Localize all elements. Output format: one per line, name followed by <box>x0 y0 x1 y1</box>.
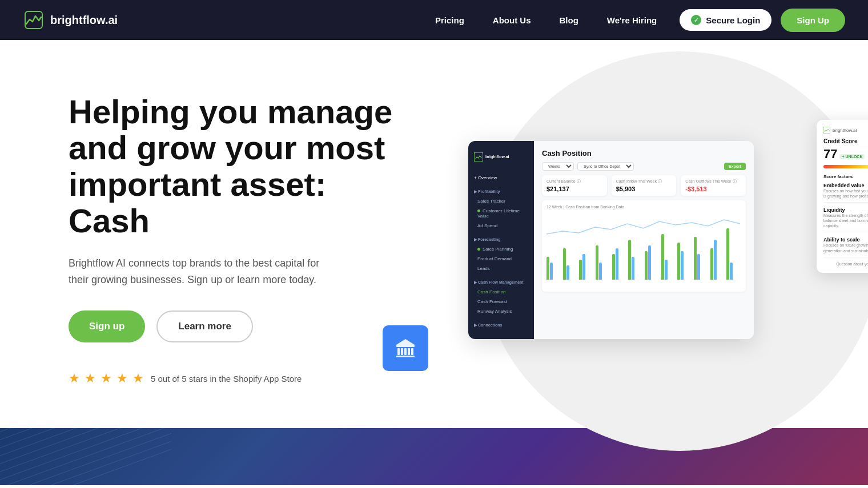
credit-contact: Question about your score? Contact us <box>823 262 868 266</box>
credit-bar-track <box>823 165 868 168</box>
logo[interactable]: brightflow.ai <box>23 9 118 31</box>
factor-liquidity-desc: Measures the strength of your balance sh… <box>823 213 868 228</box>
sidebar-item-cash-forecast[interactable]: Cash Forecast <box>468 297 534 306</box>
bar-green-6 <box>645 251 648 280</box>
bar-blue-7 <box>665 260 668 280</box>
credit-score-value: 77 <box>823 147 837 162</box>
credit-score-badge: + UNLOCK <box>839 154 865 159</box>
bar-blue-11 <box>730 263 733 280</box>
sidebar-item-forecasting[interactable]: ▶ Forecasting <box>468 235 534 244</box>
bar-green-7 <box>661 234 664 280</box>
bar-blue-1 <box>566 265 569 280</box>
sidebar-item-sales-tracker[interactable]: Sales Tracker <box>468 196 534 206</box>
period-select[interactable]: Weeks <box>542 162 574 171</box>
bar-green-0 <box>546 257 549 280</box>
bank-icon-card <box>383 325 428 371</box>
secure-login-label: Secure Login <box>706 15 760 25</box>
factor-liquidity-name: Liquidity <box>823 207 868 213</box>
sidebar-item-cash-position[interactable]: Cash Position <box>468 287 534 297</box>
nav-signup-button[interactable]: Sign Up <box>781 9 845 32</box>
bar-group-7 <box>661 234 676 280</box>
star-3: ★ <box>101 371 112 386</box>
sidebar-connections-section: ▶ Connections <box>468 318 534 332</box>
bar-group-9 <box>694 237 709 280</box>
stars-label: 5 out of 5 stars in the Shopify App Stor… <box>151 374 302 384</box>
stat-value-balance: $21,137 <box>546 185 602 192</box>
nav-links: Pricing About Us Blog We're Hiring <box>435 15 657 25</box>
nav-about-us[interactable]: About Us <box>493 15 531 25</box>
bar-blue-9 <box>697 254 700 280</box>
sidebar-cashflow-section: ▶ Cash Flow Management Cash Position Cas… <box>468 276 534 318</box>
bar-green-1 <box>563 248 566 280</box>
star-2: ★ <box>85 371 96 386</box>
bar-group-5 <box>628 240 643 280</box>
factor-scale-info: Ability to scale Focuses on future growt… <box>823 237 868 253</box>
sidebar-item-leads[interactable]: Leads <box>468 264 534 273</box>
bar-blue-3 <box>599 263 602 280</box>
bar-blue-4 <box>616 248 618 280</box>
line-chart-svg <box>546 211 741 240</box>
hero-left: Helping you manage and grow your most im… <box>69 94 400 386</box>
bank-icon <box>393 336 418 361</box>
stat-label-inflow: Cash Inflow This Week ⓘ <box>616 179 672 184</box>
bar-group-0 <box>546 257 561 280</box>
sidebar-forecasting-section: ▶ Forecasting Sales Planning Product Dem… <box>468 233 534 276</box>
credit-contact-text: Question about your score? <box>836 262 868 266</box>
sidebar-profitability-section: ▶ Profitability Sales Tracker Customer L… <box>468 185 534 233</box>
sidebar-item-overview[interactable]: + Overview <box>468 173 534 183</box>
nav-hiring[interactable]: We're Hiring <box>607 15 657 25</box>
sidebar-item-connections[interactable]: ▶ Connections <box>468 321 534 330</box>
bar-green-3 <box>596 245 598 280</box>
hero-subtitle: Brightflow AI connects top brands to the… <box>69 255 320 288</box>
stat-cash-inflow: Cash Inflow This Week ⓘ $5,903 <box>612 175 677 196</box>
export-button[interactable]: Export <box>724 163 746 170</box>
diagonal-lines <box>0 428 171 485</box>
bar-blue-10 <box>714 240 717 280</box>
factor-scale: Ability to scale Focuses on future growt… <box>823 237 868 257</box>
diag-line-11 <box>0 428 171 485</box>
sidebar-item-runway[interactable]: Runway Analysis <box>468 306 534 316</box>
shield-icon: ✓ <box>691 15 701 25</box>
bar-green-2 <box>579 260 582 280</box>
dashboard-card: brightflow.ai + Overview ▶ Profitability… <box>468 141 754 339</box>
bottom-section <box>0 428 868 485</box>
bar-blue-8 <box>681 251 684 280</box>
nav-blog[interactable]: Blog <box>559 15 578 25</box>
secure-login-button[interactable]: ✓ Secure Login <box>680 9 771 31</box>
sidebar-item-product-demand[interactable]: Product Demand <box>468 254 534 264</box>
sidebar-item-ad-spend[interactable]: Ad Spend <box>468 221 534 231</box>
stat-value-outflow: -$3,513 <box>685 185 741 192</box>
credit-card-header: brightflow.ai <box>823 127 868 134</box>
diag-line-6 <box>0 428 171 448</box>
datasource-select[interactable]: Sync to Office Depot <box>577 162 634 171</box>
svg-rect-6 <box>401 348 403 355</box>
bar-blue-6 <box>648 245 651 280</box>
svg-rect-9 <box>411 348 413 355</box>
nav-pricing[interactable]: Pricing <box>435 15 464 25</box>
logo-text: brightflow.ai <box>50 14 118 27</box>
bar-green-9 <box>694 237 697 280</box>
dashboard-sidebar: brightflow.ai + Overview ▶ Profitability… <box>468 141 534 339</box>
sidebar-item-sales-planning[interactable]: Sales Planning <box>468 244 534 254</box>
svg-rect-4 <box>396 345 415 347</box>
credit-score-title: Credit Score <box>823 138 868 144</box>
sidebar-logo-text: brightflow.ai <box>485 155 509 159</box>
stat-row: Current Balance ⓘ $21,137 Cash Inflow Th… <box>542 175 746 196</box>
svg-rect-2 <box>474 152 483 162</box>
star-5: ★ <box>132 371 144 386</box>
hero-section: Helping you manage and grow your most im… <box>0 40 868 428</box>
sidebar-item-clv[interactable]: Customer Lifetime Value <box>468 206 534 221</box>
chart-label: 12 Week | Cash Position from Banking Dat… <box>546 205 741 209</box>
bar-blue-2 <box>582 254 585 280</box>
svg-marker-11 <box>396 339 415 345</box>
navbar: brightflow.ai Pricing About Us Blog We'r… <box>0 0 868 40</box>
sidebar-item-cashflow[interactable]: ▶ Cash Flow Management <box>468 278 534 287</box>
hero-learn-more-button[interactable]: Learn more <box>156 310 253 342</box>
bar-green-4 <box>612 254 615 280</box>
hero-title: Helping you manage and grow your most im… <box>69 94 400 239</box>
hero-signup-button[interactable]: Sign up <box>69 310 145 342</box>
dashboard-content: Cash Position Weeks Sync to Office Depot… <box>534 141 754 339</box>
dashboard-controls: Weeks Sync to Office Depot Export <box>542 162 746 171</box>
sidebar-item-profitability[interactable]: ▶ Profitability <box>468 187 534 196</box>
factor-embedded-name: Embedded value <box>823 183 868 188</box>
